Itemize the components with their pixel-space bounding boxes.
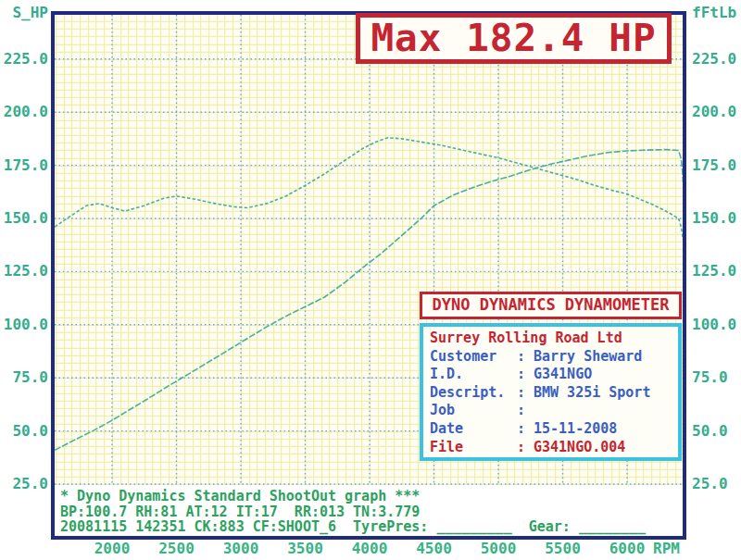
x-tick-2000: 2000 — [94, 541, 131, 557]
x-tick-6000: 6000 — [609, 541, 646, 557]
info-row-separator: : — [517, 384, 525, 403]
y-tick-right-125.0: 125.0 — [692, 263, 741, 280]
info-row-label: Customer — [430, 348, 517, 367]
y-tick-left-175.0: 175.0 — [0, 157, 48, 174]
info-row-descript: Descript.:BMW 325i Sport — [430, 384, 678, 403]
footer-line-conditions: BP:100.7 RH:81 AT:12 IT:17 RR:013 TN:3.7… — [60, 504, 646, 520]
dyno-dynamics-banner: DYNO DYNAMICS DYNAMOMETER — [420, 292, 682, 319]
info-row-label: Descript. — [430, 384, 517, 403]
y-tick-right-200.0: 200.0 — [692, 104, 741, 120]
y-tick-left-50.0: 50.0 — [0, 423, 48, 440]
y-axis-right-unit: fFtLb — [692, 5, 736, 21]
x-tick-3500: 3500 — [287, 541, 323, 557]
info-row-label: Job — [430, 402, 517, 420]
x-tick-2500: 2500 — [158, 541, 195, 557]
max-power-badge: Max 182.4 HP — [356, 13, 672, 64]
y-tick-right-175.0: 175.0 — [692, 157, 741, 174]
info-row-separator: : — [517, 420, 525, 439]
run-info-box: Surrey Rolling Road Ltd Customer:Barry S… — [420, 323, 682, 461]
x-axis-unit: RPM — [653, 541, 680, 557]
info-row-file: File:G341NGO.004 — [430, 439, 678, 457]
info-row-value: G341NGO.004 — [534, 439, 625, 455]
y-tick-right-25.0: 25.0 — [692, 476, 741, 492]
run-parameters-text: * Dyno Dynamics Standard ShootOut graph … — [60, 489, 646, 535]
info-row-customer: Customer:Barry Sheward — [430, 348, 678, 367]
footer-line-run-id: 20081115 142351 CK:883 CF:SHOOT_6 TyrePr… — [60, 519, 646, 535]
y-tick-left-25.0: 25.0 — [0, 476, 48, 492]
x-tick-5500: 5500 — [545, 541, 581, 557]
info-row-separator: : — [517, 402, 525, 420]
operator-name: Surrey Rolling Road Ltd — [430, 330, 678, 348]
info-row-date: Date:15-11-2008 — [430, 420, 678, 439]
y-tick-left-225.0: 225.0 — [0, 51, 48, 68]
info-row-separator: : — [517, 348, 525, 367]
y-tick-right-150.0: 150.0 — [692, 210, 741, 227]
info-row-id: I.D.:G341NGO — [430, 366, 678, 384]
x-tick-3000: 3000 — [223, 541, 259, 557]
y-tick-right-225.0: 225.0 — [692, 51, 741, 68]
dyno-graph-screen: S_HP fFtLb 225.0200.0175.0150.0125.0100.… — [0, 0, 741, 560]
info-row-job: Job: — [430, 402, 678, 420]
info-row-label: I.D. — [430, 366, 517, 384]
info-row-value: BMW 325i Sport — [534, 384, 650, 401]
x-tick-4500: 4500 — [416, 541, 452, 557]
y-tick-right-50.0: 50.0 — [692, 423, 741, 440]
torque-curve — [55, 138, 683, 240]
info-row-separator: : — [517, 439, 525, 457]
run-info-rows: Customer:Barry ShewardI.D.:G341NGODescri… — [430, 348, 678, 457]
info-row-label: File — [430, 439, 517, 457]
info-row-value: 15-11-2008 — [534, 420, 617, 437]
y-tick-left-100.0: 100.0 — [0, 317, 48, 333]
y-tick-left-150.0: 150.0 — [0, 210, 48, 227]
info-row-value: G341NGO — [534, 366, 592, 382]
x-tick-5000: 5000 — [481, 541, 517, 557]
info-row-separator: : — [517, 366, 525, 384]
info-row-label: Date — [430, 420, 517, 439]
y-tick-left-75.0: 75.0 — [0, 369, 48, 386]
y-tick-left-125.0: 125.0 — [0, 263, 48, 280]
y-tick-right-75.0: 75.0 — [692, 369, 741, 386]
info-row-value: Barry Sheward — [534, 348, 642, 365]
x-tick-4000: 4000 — [352, 541, 388, 557]
y-axis-left-unit: S_HP — [0, 5, 48, 21]
y-tick-right-100.0: 100.0 — [692, 317, 741, 333]
y-tick-left-200.0: 200.0 — [0, 104, 48, 120]
footer-line-graph-type: * Dyno Dynamics Standard ShootOut graph … — [60, 489, 646, 504]
